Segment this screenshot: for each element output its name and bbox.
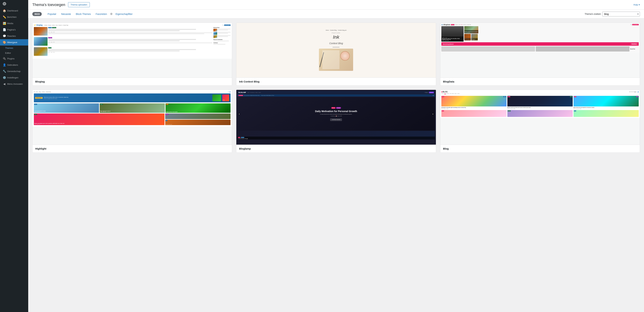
paginas-icon: 📄 (3, 28, 6, 31)
blog-card-1: Admin Fashion Synergistic actionable agi… (441, 96, 506, 109)
ink-nav: HomeContext BlogContext blog pro (326, 30, 346, 31)
search-clear-button[interactable]: × (637, 13, 639, 16)
ink-feature-label: Feature (332, 32, 340, 34)
sidebar-item-label: Pagina's (7, 29, 16, 31)
plugins-icon: 🔌 (3, 57, 6, 60)
sidebar-item-paginas[interactable]: 📄 Pagina's (0, 27, 28, 33)
blogdata-theme-name: BlogData (440, 78, 640, 85)
theme-card-bloglamp[interactable]: BLOGLAMP HomePost Features ▾Shop ▾Contac… (236, 90, 436, 153)
blogdata-banner: Advertising Banner Read More (441, 42, 639, 46)
sidebar-sub-item-label: Editor (5, 52, 11, 54)
sidebar-item-plugins[interactable]: 🔌 Plugins (0, 56, 28, 62)
help-button[interactable]: Hulp ▾ (634, 4, 640, 6)
blogtag-recent-post: Recent Post (214, 27, 230, 28)
invouwen-icon: ◀ (3, 82, 6, 86)
highlight-badge: HIGHLIGHT (35, 97, 42, 99)
instellingen-icon: ⚙️ (3, 76, 6, 79)
blog-theme-name: Blog (440, 145, 640, 152)
blogdata-main-img: Lifestyle Travel Moving through: the eve… (441, 26, 464, 42)
search-label: Thema's zoeken (585, 13, 601, 15)
blogtag-logo: ⚡ blogtag (34, 24, 42, 26)
eigenschapfilter-button[interactable]: Eigenschapfilter (113, 12, 135, 17)
sidebar-sub-item-themes[interactable]: Themes (0, 46, 28, 51)
gereedschap-icon: 🔧 (3, 70, 6, 73)
topbar: Thema's toevoegen Thema uploaden Hulp ▾ (28, 0, 644, 10)
blogtag-nav-items: LifestyleRecipesFashionFoodContact UsSam… (44, 25, 68, 26)
blogdata-overlay: Lifestyle Travel Moving through: the eve… (441, 37, 464, 42)
sidebar-item-label: Gereedschap (7, 70, 20, 73)
filterbar: 3633 Populair Nieuwste Block Themes Favo… (28, 10, 644, 19)
sidebar-logo (0, 0, 28, 8)
bloglamp-theme-name: Bloglamp (236, 145, 436, 152)
gear-icon: ⚙ (110, 12, 112, 16)
sidebar-item-label: Media (7, 22, 13, 25)
theme-card-blog[interactable]: A BLOG ✕ ✕ ✕ ✕ ◉ 🔍 👤 Fashion (440, 90, 640, 153)
blog-card-4: Food (441, 110, 506, 117)
media-icon: 🖼️ (3, 22, 6, 25)
sidebar-item-label: Plugins (7, 57, 14, 60)
blogdata-preview: 3D BlogData Fashion Lifestyle ▾ Travel F… (440, 23, 640, 78)
sidebar-item-label: Reacties (7, 35, 16, 37)
bloglamp-hero-title: Daily Motivation for Personal Growth (262, 110, 410, 113)
bloglamp-nav: BLOGLAMP HomePost Features ▾Shop ▾Contac… (237, 91, 435, 94)
theme-card-blogdata[interactable]: 3D BlogData Fashion Lifestyle ▾ Travel F… (440, 23, 640, 86)
blogdata-cats: Fashion Lifestyle ▾ Travel Food Contact … (451, 24, 471, 25)
sidebar-sub-item-editor[interactable]: Editor (0, 51, 28, 56)
gebruikers-icon: 👤 (3, 63, 6, 67)
sidebar-item-media[interactable]: 🖼️ Media (0, 20, 28, 27)
search-area: Thema's zoeken × (585, 12, 640, 17)
filter-tab-block-themes[interactable]: Block Themes (73, 12, 93, 17)
blogtag-img-bike (34, 37, 48, 46)
sidebar-item-reacties[interactable]: 💬 Reacties (0, 33, 28, 39)
search-input[interactable] (602, 12, 640, 17)
sidebar-item-berichten[interactable]: ✏️ Berichten (0, 14, 28, 20)
sidebar-item-label: Gebruikers (7, 64, 18, 66)
blog-preview: A BLOG ✕ ✕ ✕ ✕ ◉ 🔍 👤 Fashion (440, 90, 640, 145)
weergave-icon: 🎨 (3, 41, 6, 44)
sidebar-item-weergave[interactable]: 🎨 Weergave (0, 39, 28, 46)
bloglamp-preview: BLOGLAMP HomePost Features ▾Shop ▾Contac… (236, 90, 436, 145)
sidebar-sub-item-label: Themes (5, 47, 13, 49)
theme-card-ink[interactable]: HomeContext BlogContext blog pro Feature… (236, 23, 436, 86)
sidebar-item-label: Dashboard (7, 10, 18, 12)
blogtag-img-child (34, 27, 48, 36)
blogtag-theme-name: Blogtag (32, 78, 232, 85)
sidebar-item-label: Menu invouwen (7, 83, 23, 85)
blogtag-preview: ⚡ blogtag LifestyleRecipesFashionFoodCon… (32, 23, 232, 78)
theme-count: 3633 (32, 12, 42, 16)
sidebar-item-menu-invouwen[interactable]: ◀ Menu invouwen (0, 81, 28, 87)
ink-preview: HomeContext BlogContext blog pro Feature… (236, 23, 436, 78)
sidebar-item-instellingen[interactable]: ⚙️ Instellingen (0, 75, 28, 81)
themes-grid: ⚡ blogtag LifestyleRecipesFashionFoodCon… (32, 23, 640, 153)
dashboard-icon: 🏠 (3, 9, 6, 12)
sidebar-item-label: Berichten (7, 16, 16, 18)
highlight-preview: ☰ HomeBlogContactSample Page 🔍 👤 HIGHLIG… (32, 90, 232, 145)
blogtag-img-city (34, 47, 48, 56)
sidebar-item-gebruikers[interactable]: 👤 Gebruikers (0, 62, 28, 68)
reacties-icon: 💬 (3, 34, 6, 38)
sidebar-item-gereedschap[interactable]: 🔧 Gereedschap (0, 68, 28, 75)
sidebar-item-label: Weergave (7, 41, 17, 44)
upload-theme-button[interactable]: Thema uploaden (68, 2, 90, 7)
berichten-icon: ✏️ (3, 16, 6, 19)
search-input-wrap: × (602, 12, 640, 17)
filter-tab-populair[interactable]: Populair (45, 12, 59, 17)
bloglamp-logo: BLOGLAMP (238, 92, 246, 93)
blog-card-6: Work (574, 110, 639, 117)
ink-logo: Ink (333, 34, 339, 40)
highlight-theme-name: Highlight (32, 145, 232, 152)
blog-card-5: Fashion (507, 110, 572, 117)
wp-icon (3, 2, 6, 6)
ink-theme-name: Ink Context Blog (236, 78, 436, 85)
theme-card-blogtag[interactable]: ⚡ blogtag LifestyleRecipesFashionFoodCon… (32, 23, 232, 86)
sidebar-item-dashboard[interactable]: 🏠 Dashboard (0, 8, 28, 14)
ink-feature-title: Context Blog (329, 42, 343, 45)
filter-tab-nieuwste[interactable]: Nieuwste (59, 12, 74, 17)
sidebar-item-label: Instellingen (7, 76, 18, 79)
theme-card-highlight[interactable]: ☰ HomeBlogContactSample Page 🔍 👤 HIGHLIG… (32, 90, 232, 153)
help-label: Hulp (634, 4, 638, 6)
filter-tab-favorieten[interactable]: Favorieten (93, 12, 110, 17)
themes-content: ⚡ blogtag LifestyleRecipesFashionFoodCon… (28, 19, 644, 312)
highlight-nav: ☰ HomeBlogContactSample Page 🔍 👤 (34, 91, 230, 92)
blogdata-logo: 3D BlogData (441, 24, 450, 26)
